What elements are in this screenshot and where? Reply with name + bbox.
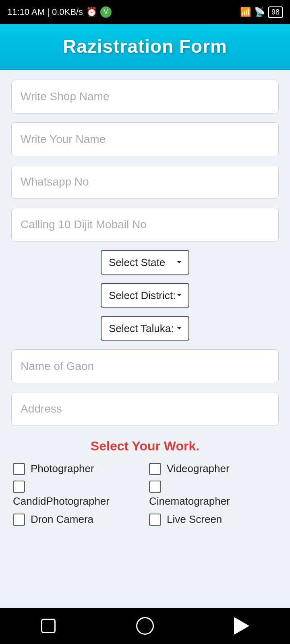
nav-home-button[interactable] <box>133 614 157 638</box>
taluka-select[interactable]: Select Taluka: <box>101 316 189 341</box>
time-text: 11:10 AM | 0.0KB/s <box>7 7 83 17</box>
work-checkboxes: Photographer Videographer CandidPhotogra… <box>11 462 279 526</box>
cinematographer-label: Cinematographer <box>149 495 277 508</box>
shop-name-input[interactable] <box>11 80 279 114</box>
form-area: Select State Select District: Select Tal… <box>0 70 290 625</box>
status-right: 📶 📡 98 <box>240 6 283 18</box>
wifi-icon: 📡 <box>254 7 265 17</box>
list-item: Videographer <box>149 462 277 475</box>
address-input[interactable] <box>11 392 279 426</box>
cinematographer-cb-row <box>149 481 277 493</box>
recent-apps-icon <box>41 619 56 633</box>
alarm-icon: ⏰ <box>86 7 97 17</box>
back-icon <box>234 617 249 635</box>
list-item: Live Screen <box>149 513 277 526</box>
page-title: Razistration Form <box>63 36 227 57</box>
work-section-label: Select Your Work. <box>11 439 279 454</box>
battery-indicator: 98 <box>268 6 283 18</box>
nav-back-button[interactable] <box>230 614 254 638</box>
list-item: CandidPhotographer <box>13 481 141 508</box>
live-checkbox[interactable] <box>149 514 161 526</box>
list-item: Dron Camera <box>13 513 141 526</box>
candid-label: CandidPhotographer <box>13 495 141 508</box>
candid-cb-row <box>13 481 141 493</box>
signal-icon: 📶 <box>240 7 251 17</box>
nav-bar <box>0 608 290 644</box>
whatsapp-input[interactable] <box>11 165 279 199</box>
app-container: Razistration Form Select State Select Di… <box>0 24 290 644</box>
home-icon <box>136 617 154 635</box>
videographer-checkbox[interactable] <box>149 463 161 475</box>
header: Razistration Form <box>0 24 290 70</box>
photographer-label: Photographer <box>31 462 94 475</box>
district-select[interactable]: Select District: <box>101 283 189 308</box>
state-select[interactable]: Select State <box>101 250 189 275</box>
vpn-icon: V <box>100 6 112 18</box>
dron-label: Dron Camera <box>31 513 93 526</box>
select-state-row: Select State <box>11 250 279 275</box>
cinematographer-checkbox[interactable] <box>149 481 161 493</box>
calling-input[interactable] <box>11 208 279 242</box>
photographer-checkbox[interactable] <box>13 463 25 475</box>
select-district-row: Select District: <box>11 283 279 308</box>
videographer-label: Videographer <box>167 462 230 475</box>
dron-checkbox[interactable] <box>13 514 25 526</box>
live-label: Live Screen <box>167 513 222 526</box>
select-taluka-row: Select Taluka: <box>11 316 279 341</box>
your-name-input[interactable] <box>11 122 279 156</box>
gaon-input[interactable] <box>11 349 279 383</box>
status-bar: 11:10 AM | 0.0KB/s ⏰ V 📶 📡 98 <box>0 0 290 24</box>
candid-checkbox[interactable] <box>13 481 25 493</box>
status-left: 11:10 AM | 0.0KB/s ⏰ V <box>7 6 112 18</box>
list-item: Photographer <box>13 462 141 475</box>
list-item: Cinematographer <box>149 481 277 508</box>
nav-recent-button[interactable] <box>36 614 60 638</box>
